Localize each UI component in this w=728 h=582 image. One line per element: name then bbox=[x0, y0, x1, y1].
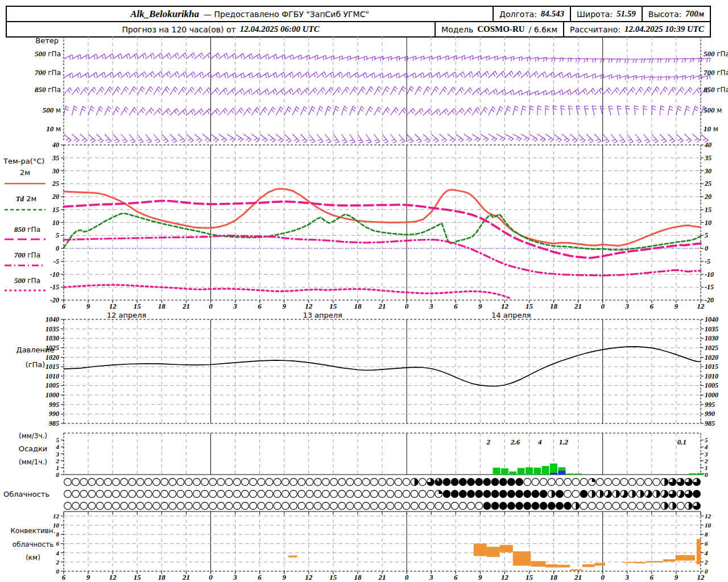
wind-barb-row-500 м bbox=[64, 106, 707, 115]
svg-text:30: 30 bbox=[704, 167, 712, 175]
svg-text:12: 12 bbox=[109, 302, 117, 310]
svg-text:500 гПа: 500 гПа bbox=[704, 49, 728, 58]
svg-text:15: 15 bbox=[134, 302, 142, 310]
precip-bar bbox=[566, 473, 574, 475]
svg-text:Осадки: Осадки bbox=[19, 444, 48, 453]
svg-text:6: 6 bbox=[705, 540, 708, 547]
meteogram-chart: 40403535303025252020151510105500-5-5-10-… bbox=[0, 0, 728, 582]
convective-bar bbox=[500, 545, 513, 552]
svg-text:2: 2 bbox=[704, 458, 708, 464]
svg-text:Давление: Давление bbox=[16, 346, 54, 354]
convective-bar bbox=[474, 543, 487, 556]
meteogram-page: Alk_Belokurikha — Предоставлено ФГБУ "За… bbox=[0, 0, 728, 582]
svg-text:18: 18 bbox=[354, 302, 362, 310]
svg-text:0.1: 0.1 bbox=[677, 438, 686, 446]
svg-text:10: 10 bbox=[705, 219, 712, 227]
svg-text:12: 12 bbox=[501, 302, 509, 310]
precip-bar bbox=[697, 473, 705, 475]
svg-text:21: 21 bbox=[574, 302, 582, 310]
svg-text:500 гПа: 500 гПа bbox=[35, 49, 61, 58]
svg-text:0: 0 bbox=[705, 568, 708, 575]
svg-text:0: 0 bbox=[405, 573, 409, 581]
convective-bar bbox=[675, 555, 686, 561]
svg-text:6: 6 bbox=[62, 302, 66, 310]
cloud-cover-panel bbox=[64, 479, 701, 510]
svg-text:12: 12 bbox=[305, 302, 313, 310]
svg-text:700 гПа: 700 гПа bbox=[35, 68, 61, 77]
svg-text:6: 6 bbox=[454, 302, 458, 310]
svg-text:3: 3 bbox=[625, 573, 630, 581]
svg-text:1.2: 1.2 bbox=[559, 438, 569, 446]
wind-barb-row-850 гПа bbox=[64, 86, 709, 96]
svg-text:21: 21 bbox=[574, 573, 582, 581]
svg-text:6: 6 bbox=[258, 573, 262, 581]
svg-text:9: 9 bbox=[478, 302, 482, 310]
precip-bar-mixed bbox=[550, 473, 557, 475]
svg-text:0: 0 bbox=[209, 302, 213, 310]
svg-text:-5: -5 bbox=[53, 257, 59, 265]
wind-barb-row-10 м bbox=[64, 134, 708, 143]
convective-bar bbox=[623, 562, 636, 563]
svg-text:25: 25 bbox=[704, 180, 712, 188]
svg-text:6: 6 bbox=[650, 573, 654, 581]
svg-text:(мм/1ч.): (мм/1ч.) bbox=[19, 458, 47, 466]
svg-text:Облачность: Облачность bbox=[3, 490, 49, 498]
svg-text:Конвективн.: Конвективн. bbox=[11, 527, 56, 535]
precip-bar bbox=[574, 473, 582, 475]
svg-text:4: 4 bbox=[56, 443, 60, 450]
svg-text:-15: -15 bbox=[50, 283, 59, 291]
svg-text:12 апреля: 12 апреля bbox=[107, 311, 147, 319]
convective-bar bbox=[545, 564, 558, 568]
svg-text:985: 985 bbox=[49, 419, 59, 427]
svg-text:15: 15 bbox=[705, 206, 712, 214]
convective-bar bbox=[288, 555, 297, 557]
svg-text:(гПа): (гПа) bbox=[26, 360, 46, 369]
svg-text:4: 4 bbox=[704, 443, 708, 450]
svg-text:21: 21 bbox=[182, 302, 190, 310]
svg-text:1040: 1040 bbox=[705, 315, 718, 323]
svg-text:1005: 1005 bbox=[46, 381, 59, 389]
svg-text:10: 10 bbox=[705, 522, 712, 529]
svg-text:14 апреля: 14 апреля bbox=[491, 311, 531, 319]
svg-text:5: 5 bbox=[56, 231, 59, 239]
svg-text:990: 990 bbox=[49, 410, 59, 418]
convective-bar bbox=[646, 561, 663, 562]
svg-text:21: 21 bbox=[182, 573, 190, 581]
svg-text:6: 6 bbox=[454, 573, 458, 581]
svg-text:2.6: 2.6 bbox=[510, 438, 520, 446]
svg-text:985: 985 bbox=[705, 419, 715, 427]
svg-text:15: 15 bbox=[329, 573, 337, 581]
svg-text:1040: 1040 bbox=[46, 315, 59, 323]
svg-text:1005: 1005 bbox=[705, 381, 718, 389]
svg-text:18: 18 bbox=[158, 302, 166, 310]
svg-text:(км): (км) bbox=[26, 554, 40, 562]
precip-bar bbox=[493, 468, 500, 475]
svg-text:15: 15 bbox=[329, 302, 337, 310]
svg-text:30: 30 bbox=[52, 167, 59, 175]
svg-text:9: 9 bbox=[282, 302, 286, 310]
svg-text:1020: 1020 bbox=[705, 354, 718, 361]
svg-text:4: 4 bbox=[704, 550, 708, 556]
svg-text:10 м: 10 м bbox=[704, 124, 718, 133]
convective-bar bbox=[582, 564, 595, 567]
svg-text:9: 9 bbox=[478, 573, 482, 581]
convective-bar bbox=[686, 555, 695, 561]
svg-text:8: 8 bbox=[705, 531, 708, 538]
svg-text:0: 0 bbox=[705, 471, 708, 478]
precip-bar bbox=[533, 468, 541, 475]
svg-text:995: 995 bbox=[705, 401, 715, 409]
svg-text:18: 18 bbox=[354, 573, 362, 581]
svg-text:0: 0 bbox=[56, 244, 59, 252]
svg-text:9: 9 bbox=[675, 573, 679, 581]
svg-text:12: 12 bbox=[53, 513, 60, 519]
svg-text:9: 9 bbox=[675, 302, 679, 310]
svg-text:12: 12 bbox=[305, 573, 313, 581]
precip-bar bbox=[526, 467, 533, 475]
svg-text:700 гПа: 700 гПа bbox=[704, 68, 728, 77]
svg-text:3: 3 bbox=[429, 573, 433, 581]
svg-text:6: 6 bbox=[258, 302, 262, 310]
wind-barb-row-700 гПа bbox=[64, 71, 710, 81]
svg-text:5: 5 bbox=[56, 436, 60, 443]
svg-text:9: 9 bbox=[86, 573, 90, 581]
svg-text:850 гПа: 850 гПа bbox=[35, 85, 61, 94]
